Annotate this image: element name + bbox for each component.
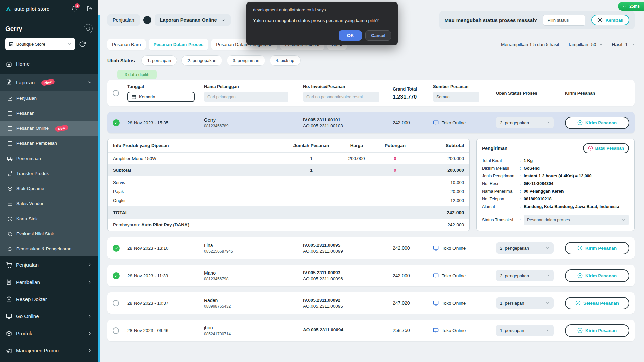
shipping-field: Total Berat1 Kg <box>482 157 629 164</box>
user-name: Gerry <box>5 25 22 33</box>
shipping-field: Nama Penerima00 Pelanggan Keren <box>482 187 629 195</box>
sidebar-item-laporan-penjualan[interactable]: Penjualan <box>0 90 98 106</box>
sidebar-item-resep-dokter[interactable]: Resep Dokter <box>0 291 98 308</box>
order-number: AO.005.2311.00095 <box>303 304 393 309</box>
order-status-select[interactable]: 2. pengepakan <box>496 270 554 281</box>
date-filter-input[interactable] <box>139 94 182 99</box>
app-window: auto pilot store 1 Gerry Boutique <box>0 0 644 362</box>
order-status-select[interactable]: 2. pengepakan <box>496 117 554 128</box>
dialog-ok-button[interactable]: OK <box>339 30 362 41</box>
kirim-pesanan-button[interactable]: Kirim Pesanan <box>565 324 629 337</box>
product-table-title: Info Produk yang Dipesan <box>113 143 286 148</box>
chevron-right-icon <box>88 348 92 353</box>
calendar-icon <box>7 126 13 131</box>
order-status-select[interactable]: 1. persiapan <box>496 297 554 309</box>
breadcrumb-current[interactable]: Laporan Pesanan Online <box>155 14 231 26</box>
order-checkbox-checked[interactable] <box>113 272 120 279</box>
column-header-pelanggan: Nama Pelanggan <box>204 84 303 89</box>
sidebar-accent-scrollbar[interactable] <box>98 15 100 362</box>
order-row[interactable]: 28 Nov 2023 - 09:46 jhon 085241700714 AO… <box>107 320 635 341</box>
sidebar-item-pembelian[interactable]: Pembelian <box>0 274 98 291</box>
sidebar-item-laporan-sales-vendor[interactable]: Sales Vendor <box>0 196 98 211</box>
date-filter[interactable] <box>127 92 195 102</box>
sidebar-item-laporan-transfer-produk[interactable]: Transfer Produk <box>0 166 98 181</box>
power-button[interactable] <box>84 24 93 33</box>
sidebar-item-laporan-pesanan[interactable]: Pesanan <box>0 106 98 121</box>
sidebar-item-home[interactable]: Home <box>0 56 98 72</box>
customer-filter-select[interactable]: Cari pelanggan <box>204 92 288 102</box>
kirim-pesanan-button[interactable]: Kirim Pesanan <box>565 117 629 129</box>
sidebar-item-laporan-pesanan-pembelian[interactable]: Pesanan Pembelian <box>0 136 98 151</box>
shipping-field: No. Telepon081809010218 <box>482 195 629 203</box>
kirim-pesanan-button[interactable]: Kirim Pesanan <box>565 242 629 254</box>
tab-pesanan-dalam-proses[interactable]: Pesanan Dalam Proses <box>149 39 208 50</box>
sidebar-item-laporan[interactable]: Laporan New <box>0 74 98 90</box>
status-option-pengiriman[interactable]: 3. pengiriman <box>227 55 265 66</box>
sidebar-item-produk[interactable]: Produk <box>0 325 98 342</box>
order-source: Toko Online <box>442 301 466 306</box>
search-icon <box>7 231 13 237</box>
order-total: 258.750 <box>393 328 433 333</box>
status-option-persiapan[interactable]: 1. persiapan <box>141 55 177 66</box>
logout-icon[interactable] <box>87 6 93 12</box>
order-status-select[interactable]: 2. pengepakan <box>496 242 554 254</box>
invoice-number: AO.005.2311.00094 <box>303 327 393 333</box>
store-select[interactable]: Boutique Store <box>5 38 75 50</box>
selesai-pesanan-button[interactable]: Selesai Pesanan <box>565 297 629 309</box>
receipt-icon <box>6 279 12 285</box>
notification-bell-icon[interactable]: 1 <box>71 6 77 12</box>
refresh-icon[interactable] <box>79 41 86 47</box>
customer-phone: 085241700714 <box>204 331 303 336</box>
transaction-status-label: Status Transaksi <box>482 218 520 222</box>
status-option-pickup[interactable]: 4. pick up <box>270 55 301 66</box>
order-checkbox-unchecked[interactable] <box>113 327 119 334</box>
bulk-status-select[interactable]: Pilih status <box>543 15 585 26</box>
kirim-pesanan-button[interactable]: Kirim Pesanan <box>565 269 629 282</box>
batal-pesanan-button[interactable]: Batal Pesanan <box>583 143 629 153</box>
page-size-select[interactable]: Tampilkan 50 <box>568 42 603 47</box>
sidebar-item-penjualan[interactable]: Penjualan <box>0 256 98 274</box>
invoice-search-input[interactable] <box>303 92 379 102</box>
page-select[interactable]: Hasil 1 <box>612 42 635 47</box>
monitor-icon <box>6 313 12 319</box>
tab-pesanan-baru[interactable]: Pesanan Baru <box>107 39 146 50</box>
order-row[interactable]: 28 Nov 2023 - 15:35 Gerry 08123456789 IV… <box>107 112 635 133</box>
sidebar-item-laporan-penerimaan[interactable]: Penerimaan <box>0 151 98 166</box>
sidebar-item-manajemen-promo[interactable]: Manajemen Promo <box>0 342 98 359</box>
order-row[interactable]: 28 Nov 2023 - 13:10 Lina 0852156687945 I… <box>107 237 635 259</box>
order-checkbox-checked[interactable] <box>113 245 120 252</box>
sidebar-item-laporan-pemasukan-pengeluaran[interactable]: Pemasukan & Pengeluaran <box>0 241 98 256</box>
status-option-pengepakan[interactable]: 2. pengepakan <box>181 55 222 66</box>
order-checkbox-unchecked[interactable] <box>113 300 119 306</box>
sidebar-item-laporan-evaluasi-nilai-stok[interactable]: Evaluasi Nilai Stok <box>0 226 98 241</box>
dialog-cancel-button[interactable]: Cancel <box>365 30 391 41</box>
invoice-number: IV.005.2311.00101 <box>303 117 393 122</box>
chevron-down-icon <box>281 95 285 99</box>
order-row[interactable]: 28 Nov 2023 - 10:37 Raden 088998765432 I… <box>107 292 635 314</box>
column-header-qty: Jumlah Pesanan <box>286 143 336 148</box>
check-circle-icon <box>575 300 581 306</box>
order-datetime: 28 Nov 2023 - 09:46 <box>127 328 204 333</box>
order-checkbox-checked[interactable] <box>113 119 120 126</box>
shipping-card: Pengiriman Batal Pesanan Total Berat1 Kg… <box>476 139 635 231</box>
sidebar-item-laporan-kartu-stok[interactable]: Kartu Stok <box>0 211 98 226</box>
source-filter-select[interactable]: Semua <box>433 92 479 102</box>
customer-phone: 088998765432 <box>204 304 303 309</box>
shipping-field: Jenis PengirimanInstant 1-2 hours (4.4Km… <box>482 172 629 180</box>
column-header-discount: Potongan <box>377 143 414 148</box>
kembali-button[interactable]: Kembali <box>591 15 629 25</box>
customer-name: Mario <box>204 270 303 276</box>
sidebar-item-go-online[interactable]: Go Online <box>0 308 98 325</box>
sidebar-item-laporan-pesanan-online[interactable]: Pesanan Online New <box>0 121 98 136</box>
sidebar-item-laporan-stok-opname[interactable]: Stok Opname <box>0 181 98 196</box>
send-circle-icon <box>577 120 583 125</box>
product-info-card: Info Produk yang Dipesan Jumlah Pesanan … <box>107 139 470 231</box>
invoice-number: IV.005.2311.00093 <box>303 270 393 275</box>
transaction-status-select[interactable]: Pesanan dalam proses <box>524 215 629 225</box>
order-status-select[interactable]: 1. persiapan <box>496 325 554 336</box>
main-content: Penjualan Laporan Pesanan Online Mau men… <box>98 0 644 362</box>
breadcrumb-root[interactable]: Penjualan <box>107 14 140 26</box>
column-header-ubah-status: Ubah Status Proses <box>496 90 565 96</box>
order-row[interactable]: 28 Nov 2023 - 11:39 Mario 08123456798 IV… <box>107 265 635 286</box>
select-all-checkbox[interactable] <box>113 90 119 96</box>
